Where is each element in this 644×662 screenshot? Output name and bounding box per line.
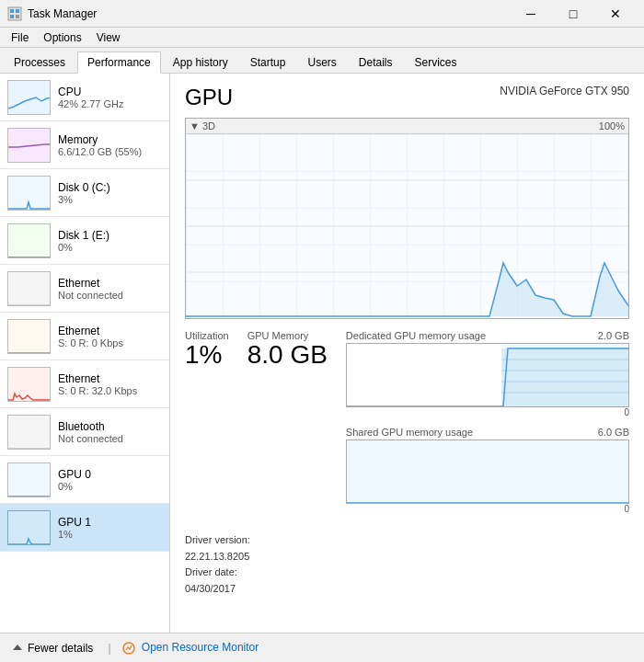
gpu1-mini-chart — [8, 511, 51, 545]
maximize-button[interactable]: □ — [552, 0, 594, 28]
shared-memory-chart-container: Shared GPU memory usage 6.0 GB 0 — [346, 427, 629, 514]
stats-section: Utilization 1% GPU Memory 8.0 GB Dedicat… — [185, 330, 629, 523]
sidebar-disk1-info: Disk 1 (E:) 0% — [58, 229, 162, 253]
fewer-details-label: Fewer details — [28, 642, 93, 655]
chart-label-left: ▼ 3D — [190, 120, 215, 131]
sidebar-item-eth1[interactable]: Ethernet S: 0 R: 0 Kbps — [0, 313, 169, 360]
right-panel: GPU NVIDIA GeForce GTX 950 ▼ 3D 100% — [170, 74, 644, 633]
svg-rect-11 — [501, 348, 628, 407]
eth2-mini-chart — [8, 368, 51, 402]
driver-version-row: Driver version: — [185, 532, 629, 549]
tab-processes[interactable]: Processes — [4, 51, 75, 73]
gpu-main-chart: ▼ 3D 100% — [185, 118, 629, 319]
sidebar-gpu0-info: GPU 0 0% — [58, 468, 162, 492]
shared-memory-label: Shared GPU memory usage — [346, 427, 473, 438]
dedicated-memory-chart — [346, 343, 629, 407]
sidebar-cpu-info: CPU 42% 2.77 GHz — [58, 86, 162, 109]
dedicated-memory-header: Dedicated GPU memory usage 2.0 GB — [346, 330, 629, 341]
close-button[interactable]: ✕ — [594, 0, 637, 28]
sidebar-memory-name: Memory — [58, 133, 162, 146]
resource-monitor-icon — [122, 642, 135, 655]
title-bar: Task Manager ─ □ ✕ — [0, 0, 644, 28]
sidebar-item-eth0[interactable]: Ethernet Not connected — [0, 265, 169, 313]
utilization-block: Utilization 1% — [185, 330, 229, 523]
dedicated-memory-max: 2.0 GB — [598, 330, 629, 341]
sidebar-item-disk1[interactable]: Disk 1 (E:) 0% — [0, 217, 169, 265]
memory-mini-chart — [8, 129, 51, 163]
eth0-mini-chart — [8, 272, 51, 306]
sidebar-item-bt[interactable]: Bluetooth Not connected — [0, 408, 169, 456]
sidebar-eth0-value: Not connected — [58, 290, 162, 301]
sidebar-disk0-name: Disk 0 (C:) — [58, 181, 162, 194]
chart-label-right: 100% — [599, 120, 625, 131]
sidebar-item-eth2[interactable]: Ethernet S: 0 R: 32.0 Kbps — [0, 360, 169, 408]
svg-rect-10 — [347, 344, 501, 407]
main-content: CPU 42% 2.77 GHz Memory 6.6/12.0 GB (55%… — [0, 74, 644, 633]
memory-charts-right: Dedicated GPU memory usage 2.0 GB — [346, 330, 629, 523]
tab-performance[interactable]: Performance — [77, 51, 161, 74]
disk1-mini-chart — [8, 224, 51, 258]
sidebar-bt-value: Not connected — [58, 433, 162, 444]
gpu-chart-svg — [186, 134, 628, 318]
sidebar-cpu-name: CPU — [58, 86, 162, 98]
dedicated-memory-chart-container: Dedicated GPU memory usage 2.0 GB — [346, 330, 629, 417]
gpu-memory-value: 8.0 GB — [247, 341, 328, 370]
sidebar-thumb-cpu — [7, 80, 51, 115]
shared-memory-chart — [346, 439, 629, 504]
svg-rect-3 — [10, 15, 14, 18]
sidebar-thumb-eth2 — [7, 367, 51, 402]
shared-memory-header: Shared GPU memory usage 6.0 GB — [346, 427, 629, 438]
tab-services[interactable]: Services — [405, 51, 467, 73]
sidebar-thumb-disk1 — [7, 223, 51, 258]
sidebar-item-memory[interactable]: Memory 6.6/12.0 GB (55%) — [0, 121, 169, 169]
fewer-details-button[interactable]: Fewer details — [7, 640, 97, 656]
chart-area — [186, 134, 628, 318]
utilization-value: 1% — [185, 341, 229, 370]
sidebar-memory-value: 6.6/12.0 GB (55%) — [58, 146, 162, 157]
sidebar-disk1-value: 0% — [58, 242, 162, 253]
sidebar-item-gpu0[interactable]: GPU 0 0% — [0, 456, 169, 504]
disk0-mini-chart — [8, 177, 51, 211]
sidebar-gpu0-value: 0% — [58, 481, 162, 492]
driver-date-value: 04/30/2017 — [185, 581, 629, 598]
tab-users[interactable]: Users — [297, 51, 346, 73]
sidebar-eth2-info: Ethernet S: 0 R: 32.0 Kbps — [58, 372, 162, 396]
tab-bar: Processes Performance App history Startu… — [0, 48, 644, 74]
sidebar-thumb-memory — [7, 128, 51, 163]
dedicated-memory-label: Dedicated GPU memory usage — [346, 330, 486, 341]
driver-info-block: Driver version: 22.21.13.8205 Driver dat… — [185, 532, 629, 597]
menu-options[interactable]: Options — [36, 29, 88, 46]
svg-rect-2 — [16, 9, 19, 13]
title-bar-icon — [7, 6, 22, 21]
sidebar-item-cpu[interactable]: CPU 42% 2.77 GHz — [0, 74, 169, 121]
gpu0-mini-chart — [8, 463, 51, 497]
sidebar-item-gpu1[interactable]: GPU 1 1% — [0, 504, 169, 552]
sidebar-cpu-value: 42% 2.77 GHz — [58, 98, 162, 109]
tab-app-history[interactable]: App history — [163, 51, 238, 73]
tab-startup[interactable]: Startup — [240, 51, 296, 73]
menu-view[interactable]: View — [89, 29, 128, 46]
sidebar-gpu1-info: GPU 1 1% — [58, 516, 162, 540]
eth1-mini-chart — [8, 320, 51, 354]
chart-label-row: ▼ 3D 100% — [186, 119, 628, 134]
open-resource-monitor-link[interactable]: Open Resource Monitor — [122, 641, 259, 655]
open-resource-monitor-label: Open Resource Monitor — [142, 641, 259, 654]
sidebar-eth1-value: S: 0 R: 0 Kbps — [58, 337, 162, 348]
menu-file[interactable]: File — [4, 29, 36, 46]
sidebar-bt-name: Bluetooth — [58, 420, 162, 433]
sidebar-item-disk0[interactable]: Disk 0 (C:) 3% — [0, 169, 169, 217]
driver-date-row: Driver date: — [185, 565, 629, 581]
sidebar-thumb-bt — [7, 415, 51, 450]
driver-version-label: Driver version: — [185, 534, 250, 545]
sidebar-bt-info: Bluetooth Not connected — [58, 420, 162, 444]
dedicated-memory-min: 0 — [346, 407, 629, 417]
svg-marker-17 — [13, 645, 22, 650]
gpu-subtitle: NVIDIA GeForce GTX 950 — [500, 85, 629, 97]
sidebar-thumb-gpu0 — [7, 462, 51, 497]
tab-details[interactable]: Details — [349, 51, 403, 73]
minimize-button[interactable]: ─ — [510, 0, 552, 28]
sidebar-memory-info: Memory 6.6/12.0 GB (55%) — [58, 133, 162, 157]
sidebar-eth2-name: Ethernet — [58, 372, 162, 385]
sidebar-gpu1-name: GPU 1 — [58, 516, 162, 529]
chart-3d-label: 3D — [202, 120, 215, 131]
